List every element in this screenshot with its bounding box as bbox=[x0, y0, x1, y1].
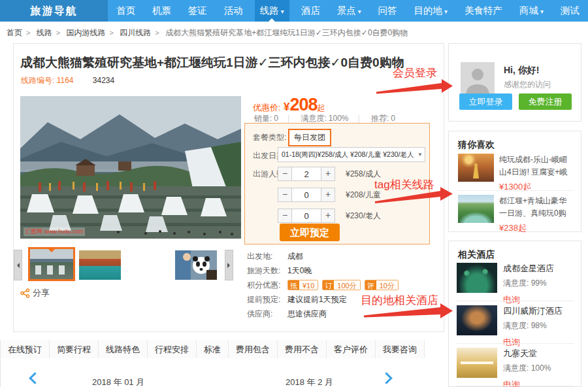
senior-minus-button[interactable]: − bbox=[278, 209, 292, 223]
tab-fee-included[interactable]: 费用包含 bbox=[229, 340, 278, 360]
tab-ask[interactable]: 我要咨询 bbox=[376, 340, 425, 360]
thumbnail-next-button[interactable] bbox=[225, 250, 233, 280]
detail-value: 1天0晚 bbox=[287, 265, 312, 277]
tab-standard[interactable]: 标准 bbox=[197, 340, 229, 360]
main-nav: 首页 机票 签证 活动 线路 酒店 景点 问答 目的地 美食特产 商城 测试 bbox=[108, 0, 588, 22]
senior-price: ¥230/老人 bbox=[346, 209, 381, 223]
nav-item-destination[interactable]: 目的地 bbox=[409, 0, 453, 22]
price-row: 优惠价: ¥208起 bbox=[253, 95, 325, 115]
nav-item-visa[interactable]: 签证 bbox=[183, 0, 212, 22]
stat-sales: 销量:0 bbox=[254, 114, 299, 123]
nav-item-food[interactable]: 美食特产 bbox=[459, 0, 508, 22]
route-code-value: 1164 bbox=[57, 76, 74, 85]
tab-itinerary[interactable]: 行程安排 bbox=[148, 340, 197, 360]
nav-item-activity[interactable]: 活动 bbox=[219, 0, 248, 22]
recommend-item-text: 纯玩成都-乐山-峨嵋山4日游! 豆腐宴+峨眉山土菜九大碗! 优 ¥1300起 bbox=[499, 154, 573, 193]
thumbnail-prev-button[interactable] bbox=[14, 250, 22, 280]
route-details: 出发地: 成都 旅游天数: 1天0晚 积分优惠: 抵¥10 订100分 评10分… bbox=[247, 252, 436, 324]
stat-label: 满意度: bbox=[301, 114, 327, 123]
nav-item-test[interactable]: 测试 bbox=[555, 0, 585, 22]
breadcrumb-sichuan[interactable]: 四川线路 bbox=[120, 28, 151, 37]
senior-plus-button[interactable]: + bbox=[321, 209, 335, 223]
tab-route-features[interactable]: 线路特色 bbox=[99, 340, 148, 360]
nav-item-qa[interactable]: 问答 bbox=[373, 0, 402, 22]
hotel-satisfaction: 满意度: 100% bbox=[503, 363, 551, 374]
satisfaction-value: 99% bbox=[531, 278, 547, 288]
package-option-daily[interactable]: 每日发团 bbox=[288, 129, 331, 146]
main-photo[interactable]: 汇图网 www.huitu.com bbox=[20, 96, 241, 239]
tab-reviews[interactable]: 客户评价 bbox=[327, 340, 376, 360]
senior-count[interactable]: 0 bbox=[292, 209, 321, 223]
recommend-item[interactable]: 纯玩成都-乐山-峨嵋山4日游! 豆腐宴+峨眉山土菜九大碗! 优 ¥1300起 bbox=[458, 154, 573, 193]
thumbnail-3[interactable] bbox=[127, 250, 169, 280]
calendar-month-2: 2018 年 2 月 bbox=[286, 377, 333, 387]
register-button[interactable]: 免费注册 bbox=[519, 93, 572, 110]
calendar-month-1: 2018 年 01 月 bbox=[92, 377, 144, 387]
nav-item-home[interactable]: 首页 bbox=[111, 0, 140, 22]
hotel-info: 四川威斯汀酒店 满意度: 98% 电询 bbox=[503, 305, 563, 348]
satisfaction-label: 满意度: bbox=[503, 363, 529, 373]
points-badge-order: 订100分 bbox=[322, 280, 360, 290]
price-value: 208 bbox=[290, 95, 318, 114]
hotel-photo bbox=[457, 263, 497, 293]
login-button[interactable]: 立即登录 bbox=[459, 93, 512, 110]
nav-item-routes[interactable]: 线路 bbox=[255, 0, 289, 22]
hotel-item[interactable]: 九寨天堂 满意度: 100% 电询 bbox=[457, 348, 574, 387]
tab-online-booking[interactable]: 在线预订 bbox=[1, 340, 50, 360]
detail-points: 积分优惠: 抵¥10 订100分 评10分 bbox=[247, 280, 436, 290]
related-hotels-panel: 相关酒店 成都金星酒店 满意度: 99% 电询 四川威斯汀酒店 满意度: 98%… bbox=[448, 241, 581, 387]
nav-item-flights[interactable]: 机票 bbox=[147, 0, 176, 22]
adult-stepper: − 2 + bbox=[278, 167, 335, 181]
hotel-item[interactable]: 四川威斯汀酒店 满意度: 98% 电询 bbox=[457, 305, 574, 348]
nav-item-hotel[interactable]: 酒店 bbox=[296, 0, 325, 22]
route-code-secondary: 34234 bbox=[93, 76, 114, 85]
hotel-price: 电询 bbox=[503, 337, 563, 348]
calendar-next-icon[interactable] bbox=[380, 372, 392, 384]
nav-item-mall[interactable]: 商城 bbox=[514, 0, 549, 22]
recommend-item[interactable]: 都江堰+青城山豪华一日游、真纯玩0购物0自费、三环内包接、 ¥238起 bbox=[458, 195, 573, 234]
nav-item-scenic[interactable]: 景点 bbox=[332, 0, 367, 22]
user-icon bbox=[461, 62, 495, 96]
book-now-button[interactable]: 立即预定 bbox=[280, 224, 340, 241]
satisfaction-value: 98% bbox=[531, 321, 547, 330]
badge-tag: 订 bbox=[323, 280, 334, 290]
recommend-panel: 猜你喜欢 纯玩成都-乐山-峨嵋山4日游! 豆腐宴+峨眉山土菜九大碗! 优 ¥13… bbox=[448, 131, 581, 232]
thumbnail-2[interactable] bbox=[79, 250, 121, 280]
tab-brief-itinerary[interactable]: 简要行程 bbox=[50, 340, 99, 360]
nav-item-label: 景点 bbox=[337, 5, 356, 16]
breadcrumb-home[interactable]: 首页 bbox=[7, 28, 22, 37]
hotel-item[interactable]: 成都金星酒店 满意度: 99% 电询 bbox=[457, 263, 574, 306]
adult-plus-button[interactable]: + bbox=[321, 167, 335, 181]
site-logo[interactable]: 旅游导航 bbox=[0, 0, 108, 22]
child-count[interactable]: 0 bbox=[292, 188, 321, 202]
hotel-satisfaction: 满意度: 98% bbox=[503, 320, 563, 331]
thumbnail-1[interactable] bbox=[28, 247, 75, 281]
detail-depart: 出发地: 成都 bbox=[247, 252, 436, 261]
depart-date-select[interactable]: 01-18(周四)¥258/成人 ¥208/儿童 ¥230/老人 bbox=[278, 147, 425, 162]
adult-minus-button[interactable]: − bbox=[278, 167, 292, 181]
calendar-prev-icon[interactable] bbox=[29, 372, 41, 384]
breadcrumb-routes[interactable]: 线路 bbox=[37, 28, 52, 37]
child-plus-button[interactable]: + bbox=[321, 188, 335, 202]
share-icon bbox=[20, 288, 30, 298]
stat-satisfaction: 满意度:100% bbox=[301, 114, 369, 123]
hotel-photo bbox=[457, 348, 497, 378]
package-type-label: 套餐类型: bbox=[253, 132, 286, 143]
nav-item-label: 目的地 bbox=[414, 5, 443, 16]
points-badge-deduct: 抵¥10 bbox=[287, 280, 318, 290]
divider bbox=[458, 190, 573, 191]
login-buttons: 立即登录 免费注册 bbox=[459, 93, 572, 110]
breadcrumb-current: 成都大熊猫繁殖研究基地+都江堰纯玩1日游✓三环内包接✓0自费0购物 bbox=[165, 28, 408, 37]
satisfaction-label: 满意度: bbox=[503, 321, 529, 330]
share-button[interactable]: 分享 bbox=[20, 287, 50, 299]
thumbnail-4[interactable] bbox=[175, 250, 217, 280]
child-minus-button[interactable]: − bbox=[278, 188, 292, 202]
adult-count[interactable]: 2 bbox=[292, 167, 321, 181]
breadcrumb-domestic[interactable]: 国内游线路 bbox=[67, 28, 106, 37]
hotel-info: 九寨天堂 满意度: 100% 电询 bbox=[503, 348, 551, 387]
page: 旅游导航 首页 机票 签证 活动 线路 酒店 景点 问答 目的地 美食特产 商城… bbox=[0, 0, 588, 387]
price-calendar: 2018 年 01 月 2018 年 2 月 bbox=[0, 358, 440, 387]
detail-label: 供应商: bbox=[247, 309, 287, 320]
divider bbox=[457, 301, 574, 301]
tab-fee-excluded[interactable]: 费用不含 bbox=[278, 340, 327, 360]
